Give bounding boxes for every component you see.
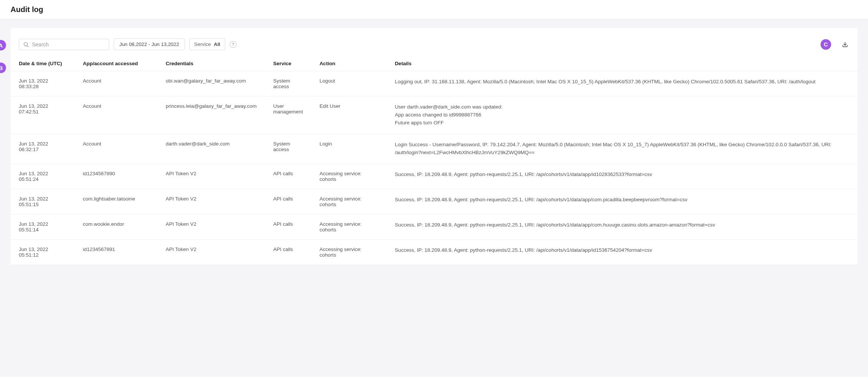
audit-log-table: Date & time (UTC) App/account accessed C… <box>11 56 857 265</box>
cell-details: Success, IP: 18.209.48.9, Agent: python-… <box>386 189 857 214</box>
cell-datetime: Jun 13, 2022 07:42:51 <box>11 96 75 134</box>
table-row[interactable]: Jun 13, 2022 06:32:17Accountdarth.vader@… <box>11 134 857 164</box>
cell-credentials: API Token V2 <box>157 164 265 189</box>
audit-log-panel: A B Jun 08,2022 - Jun 13,2022 Service Al… <box>11 28 857 265</box>
table-row[interactable]: Jun 13, 2022 08:33:28Accountobi.wan@gala… <box>11 71 857 96</box>
cell-service: API calls <box>265 189 311 214</box>
download-button[interactable] <box>841 40 849 49</box>
cell-action: Logout <box>311 71 386 96</box>
table-row[interactable]: Jun 13, 2022 05:51:14com.wookie.endorAPI… <box>11 214 857 239</box>
cell-app: Account <box>75 134 157 164</box>
cell-datetime: Jun 13, 2022 05:51:15 <box>11 189 75 214</box>
annotation-c: C <box>821 39 831 50</box>
table-row[interactable]: Jun 13, 2022 05:51:24id1234567890API Tok… <box>11 164 857 189</box>
cell-datetime: Jun 13, 2022 05:51:24 <box>11 164 75 189</box>
cell-datetime: Jun 13, 2022 06:32:17 <box>11 134 75 164</box>
svg-line-1 <box>27 46 28 47</box>
cell-action: Edit User <box>311 96 386 134</box>
cell-app: Account <box>75 71 157 96</box>
cell-app: id1234567891 <box>75 239 157 265</box>
search-input[interactable] <box>32 41 105 47</box>
column-header-action[interactable]: Action <box>311 56 386 71</box>
help-icon[interactable]: ? <box>230 41 236 48</box>
table-header-row: Date & time (UTC) App/account accessed C… <box>11 56 857 71</box>
svg-point-0 <box>24 42 27 46</box>
service-filter[interactable]: Service All <box>189 38 225 50</box>
cell-credentials: darth.vader@dark_side.com <box>157 134 265 164</box>
cell-details: Success, IP: 18.209.48.9, Agent: python-… <box>386 214 857 239</box>
date-range-label: Jun 08,2022 - Jun 13,2022 <box>119 41 179 47</box>
cell-service: System access <box>265 134 311 164</box>
cell-credentials: princess.leia@galaxy_far_far_away.com <box>157 96 265 134</box>
cell-service: API calls <box>265 239 311 265</box>
cell-credentials: API Token V2 <box>157 214 265 239</box>
cell-service: System access <box>265 71 311 96</box>
cell-credentials: API Token V2 <box>157 239 265 265</box>
cell-app: com.wookie.endor <box>75 214 157 239</box>
content-area: A B Jun 08,2022 - Jun 13,2022 Service Al… <box>0 20 868 377</box>
annotation-a: A <box>0 40 6 51</box>
cell-app: Account <box>75 96 157 134</box>
cell-credentials: API Token V2 <box>157 189 265 214</box>
cell-action: Accessing service: cohorts <box>311 189 386 214</box>
cell-credentials: obi.wan@galaxy_far_far_away.com <box>157 71 265 96</box>
column-header-datetime[interactable]: Date & time (UTC) <box>11 56 75 71</box>
service-filter-value: All <box>214 41 220 47</box>
page-title: Audit log <box>11 5 857 14</box>
cell-details: Success, IP: 18.209.48.9, Agent: python-… <box>386 239 857 265</box>
cell-details: Login Success - Username/Password, IP: 7… <box>386 134 857 164</box>
page-header: Audit log <box>0 0 868 20</box>
download-icon <box>842 41 848 47</box>
column-header-app[interactable]: App/account accessed <box>75 56 157 71</box>
cell-app: com.lightsaber.tatooine <box>75 189 157 214</box>
column-header-details[interactable]: Details <box>386 56 857 71</box>
cell-details: User darth.vader@dark_side.com was updat… <box>386 96 857 134</box>
cell-service: API calls <box>265 214 311 239</box>
cell-details: Logging out, IP: 31.168.11.138, Agent: M… <box>386 71 857 96</box>
cell-action: Accessing service: cohorts <box>311 239 386 265</box>
date-range-picker[interactable]: Jun 08,2022 - Jun 13,2022 <box>114 38 185 50</box>
search-input-wrap[interactable] <box>19 39 109 50</box>
table-row[interactable]: Jun 13, 2022 05:51:15com.lightsaber.tato… <box>11 189 857 214</box>
annotation-b: B <box>0 63 6 73</box>
table-row[interactable]: Jun 13, 2022 07:42:51Accountprincess.lei… <box>11 96 857 134</box>
search-icon <box>23 41 29 47</box>
cell-datetime: Jun 13, 2022 05:51:14 <box>11 214 75 239</box>
cell-datetime: Jun 13, 2022 08:33:28 <box>11 71 75 96</box>
cell-action: Accessing service: cohorts <box>311 164 386 189</box>
service-filter-label: Service <box>194 41 211 47</box>
toolbar: Jun 08,2022 - Jun 13,2022 Service All ? … <box>11 28 857 56</box>
cell-action: Login <box>311 134 386 164</box>
cell-app: id1234567890 <box>75 164 157 189</box>
cell-service: User management <box>265 96 311 134</box>
cell-details: Success, IP: 18.209.48.9, Agent: python-… <box>386 164 857 189</box>
cell-datetime: Jun 13, 2022 05:51:12 <box>11 239 75 265</box>
table-row[interactable]: Jun 13, 2022 05:51:12id1234567891API Tok… <box>11 239 857 265</box>
column-header-service[interactable]: Service <box>265 56 311 71</box>
column-header-credentials[interactable]: Credentials <box>157 56 265 71</box>
cell-action: Accessing service: cohorts <box>311 214 386 239</box>
cell-service: API calls <box>265 164 311 189</box>
